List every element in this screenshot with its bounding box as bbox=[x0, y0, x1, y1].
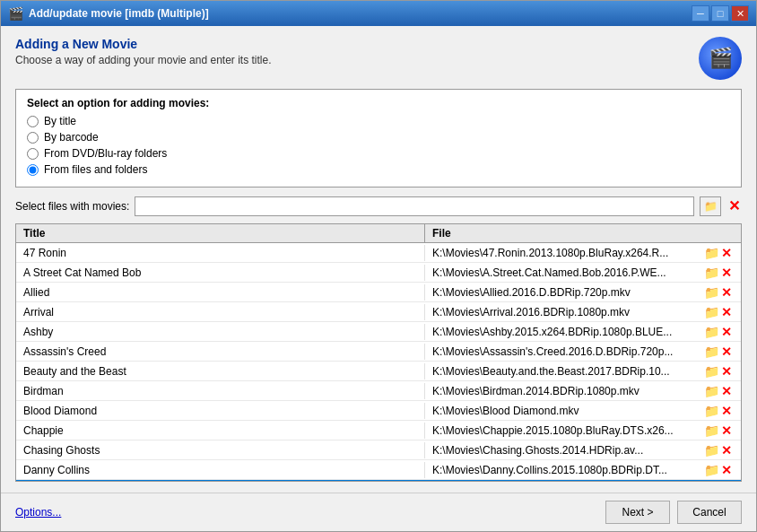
row-folder-button[interactable]: 📁 bbox=[704, 364, 719, 379]
option-from-files-label: From files and folders bbox=[44, 163, 147, 176]
table-row[interactable]: Chappie K:\Movies\Chappie.2015.1080p.Blu… bbox=[16, 421, 741, 440]
file-table-container: Title File 47 Ronin K:\Movies\47.Ronin.2… bbox=[15, 223, 742, 482]
row-folder-button[interactable]: 📁 bbox=[704, 384, 719, 398]
table-row[interactable]: Birdman K:\Movies\Birdman.2014.BDRip.108… bbox=[16, 381, 741, 401]
radio-by-barcode[interactable] bbox=[27, 132, 39, 144]
row-folder-button[interactable]: 📁 bbox=[704, 266, 719, 280]
row-actions: 📁 ✕ bbox=[694, 364, 741, 379]
row-actions: 📁 ✕ bbox=[694, 384, 741, 398]
table-row[interactable]: Danny Collins K:\Movies\Danny.Collins.20… bbox=[16, 460, 741, 480]
options-group-label: Select an option for adding movies: bbox=[27, 97, 730, 109]
row-folder-button[interactable]: 📁 bbox=[704, 443, 719, 458]
title-bar-left: 🎬 Add/update movie [imdb (Multiple)] bbox=[8, 6, 209, 21]
file-table-header: Title File bbox=[16, 224, 741, 243]
row-delete-button[interactable]: ✕ bbox=[721, 364, 732, 379]
page-header: Adding a New Movie Choose a way of addin… bbox=[15, 37, 742, 80]
radio-from-files[interactable] bbox=[27, 164, 39, 176]
row-delete-button[interactable]: ✕ bbox=[721, 285, 732, 300]
main-content: Adding a New Movie Choose a way of addin… bbox=[1, 26, 756, 493]
row-delete-button[interactable]: ✕ bbox=[721, 463, 732, 477]
close-button[interactable]: ✕ bbox=[731, 5, 749, 22]
option-by-title[interactable]: By title bbox=[27, 115, 730, 127]
table-row[interactable]: Ashby K:\Movies\Ashby.2015.x264.BDRip.10… bbox=[16, 322, 741, 342]
row-folder-button[interactable]: 📁 bbox=[704, 423, 719, 438]
row-actions: 📁 ✕ bbox=[694, 404, 741, 418]
cancel-button[interactable]: Cancel bbox=[677, 501, 742, 524]
option-from-dvd[interactable]: From DVD/Blu-ray folders bbox=[27, 147, 730, 160]
footer: Options... Next > Cancel bbox=[1, 493, 756, 531]
table-row[interactable]: Beauty and the Beast K:\Movies\Beauty.an… bbox=[16, 362, 741, 381]
row-delete-button[interactable]: ✕ bbox=[721, 325, 732, 339]
row-delete-button[interactable]: ✕ bbox=[721, 443, 732, 458]
table-row[interactable]: 47 Ronin K:\Movies\47.Ronin.2013.1080p.B… bbox=[16, 243, 741, 263]
row-title: 47 Ronin bbox=[16, 245, 425, 261]
file-browse-button[interactable]: 📁 bbox=[700, 196, 721, 216]
row-file: K:\Movies\Chappie.2015.1080p.BluRay.DTS.… bbox=[425, 423, 694, 439]
row-delete-button[interactable]: ✕ bbox=[721, 266, 732, 280]
row-delete-button[interactable]: ✕ bbox=[721, 404, 732, 418]
row-actions: 📁 ✕ bbox=[694, 344, 741, 359]
option-by-barcode[interactable]: By barcode bbox=[27, 131, 730, 144]
row-title: Birdman bbox=[16, 383, 425, 399]
row-delete-button[interactable]: ✕ bbox=[721, 384, 732, 398]
next-button[interactable]: Next > bbox=[605, 501, 670, 524]
row-title: Beauty and the Beast bbox=[16, 363, 425, 379]
window-title: Add/update movie [imdb (Multiple)] bbox=[29, 7, 209, 20]
row-title: Blood Diamond bbox=[16, 403, 425, 419]
row-actions: 📁 ✕ bbox=[694, 305, 741, 319]
row-title: A Street Cat Named Bob bbox=[16, 265, 425, 281]
row-title: Arrival bbox=[16, 304, 425, 320]
minimize-button[interactable]: ─ bbox=[692, 5, 709, 22]
table-row[interactable]: A Street Cat Named Bob K:\Movies\A.Stree… bbox=[16, 263, 741, 283]
row-folder-button[interactable]: 📁 bbox=[704, 404, 719, 418]
row-actions: 📁 ✕ bbox=[694, 266, 741, 280]
row-title: Allied bbox=[16, 284, 425, 301]
row-file: K:\Movies\Allied.2016.D.BDRip.720p.mkv bbox=[425, 284, 694, 301]
row-folder-button[interactable]: 📁 bbox=[704, 305, 719, 319]
col-header-file: File bbox=[425, 224, 694, 242]
page-title: Adding a New Movie bbox=[15, 37, 272, 51]
page-subtitle: Choose a way of adding your movie and en… bbox=[15, 54, 272, 66]
row-folder-button[interactable]: 📁 bbox=[704, 325, 719, 339]
row-delete-button[interactable]: ✕ bbox=[721, 305, 732, 319]
file-table-body[interactable]: 47 Ronin K:\Movies\47.Ronin.2013.1080p.B… bbox=[16, 243, 741, 481]
row-delete-button[interactable]: ✕ bbox=[721, 423, 732, 438]
row-file: K:\Movies\47.Ronin.2013.1080p.BluRay.x26… bbox=[425, 245, 694, 261]
options-link[interactable]: Options... bbox=[15, 506, 61, 519]
radio-by-title[interactable] bbox=[27, 116, 39, 127]
row-file: K:\Movies\Chasing.Ghosts.2014.HDRip.av..… bbox=[425, 442, 694, 458]
row-title: Chappie bbox=[16, 423, 425, 439]
table-row[interactable]: Arrival K:\Movies\Arrival.2016.BDRip.108… bbox=[16, 302, 741, 322]
table-row[interactable]: Allied K:\Movies\Allied.2016.D.BDRip.720… bbox=[16, 283, 741, 302]
file-select-row: Select files with movies: 📁 ✕ bbox=[15, 196, 742, 216]
table-row[interactable]: Chasing Ghosts K:\Movies\Chasing.Ghosts.… bbox=[16, 440, 741, 460]
file-select-label: Select files with movies: bbox=[15, 200, 129, 213]
file-clear-button[interactable]: ✕ bbox=[727, 199, 742, 214]
col-header-title: Title bbox=[16, 224, 425, 242]
row-title: Ashby bbox=[16, 324, 425, 340]
row-delete-button[interactable]: ✕ bbox=[721, 344, 732, 359]
row-delete-button[interactable]: ✕ bbox=[721, 246, 732, 260]
row-file: K:\Movies\Arrival.2016.BDRip.1080p.mkv bbox=[425, 304, 694, 320]
col-header-actions bbox=[694, 224, 741, 242]
file-select-input[interactable] bbox=[135, 196, 694, 216]
option-from-dvd-label: From DVD/Blu-ray folders bbox=[44, 147, 167, 160]
radio-from-dvd[interactable] bbox=[27, 148, 39, 160]
row-title: Danny Collins bbox=[16, 462, 425, 478]
table-row[interactable]: Doctor Strange K:\Movies\Doctor.Strange.… bbox=[16, 480, 741, 481]
title-bar: 🎬 Add/update movie [imdb (Multiple)] ─ □… bbox=[1, 1, 756, 26]
option-by-title-label: By title bbox=[44, 115, 76, 127]
row-actions: 📁 ✕ bbox=[694, 463, 741, 477]
table-row[interactable]: Assassin's Creed K:\Movies\Assassin's.Cr… bbox=[16, 342, 741, 362]
row-folder-button[interactable]: 📁 bbox=[704, 344, 719, 359]
app-logo: 🎬 bbox=[699, 37, 742, 80]
row-folder-button[interactable]: 📁 bbox=[704, 463, 719, 477]
maximize-button[interactable]: □ bbox=[711, 5, 729, 22]
header-text: Adding a New Movie Choose a way of addin… bbox=[15, 37, 272, 66]
row-actions: 📁 ✕ bbox=[694, 285, 741, 300]
option-from-files[interactable]: From files and folders bbox=[27, 163, 730, 176]
row-folder-button[interactable]: 📁 bbox=[704, 285, 719, 300]
table-row[interactable]: Blood Diamond K:\Movies\Blood Diamond.mk… bbox=[16, 401, 741, 421]
row-file: K:\Movies\Blood Diamond.mkv bbox=[425, 403, 694, 419]
row-folder-button[interactable]: 📁 bbox=[704, 246, 719, 260]
